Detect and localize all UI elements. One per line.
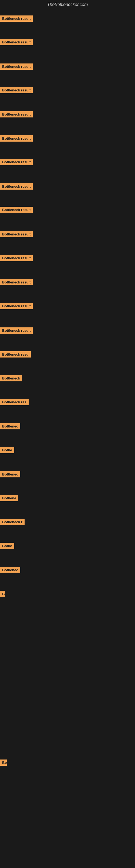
bottleneck-badge[interactable]: Bottleneck [0, 375, 22, 381]
bottleneck-badge[interactable]: Bottleneck result [0, 231, 33, 237]
bottleneck-badge[interactable]: Bo [0, 760, 7, 766]
site-title: TheBottlenecker.com [0, 0, 135, 9]
bottleneck-badge[interactable]: Bottleneck result [0, 39, 33, 45]
bottleneck-badge[interactable]: Bottleneck r [0, 519, 25, 525]
bottleneck-item: Bottleneck [0, 375, 22, 381]
bottleneck-badge[interactable]: Bottleneck result [0, 207, 33, 213]
bottleneck-badge[interactable]: Bottleneck resu [0, 351, 31, 358]
bottleneck-item: Bottle [0, 447, 14, 453]
bottleneck-item: Bottleneck res [0, 399, 29, 405]
bottleneck-item: Bottleneck result [0, 183, 33, 190]
bottleneck-badge[interactable]: Bottleneck result [0, 111, 33, 118]
bottleneck-badge[interactable]: Bottleneck result [0, 63, 33, 70]
bottleneck-item: Bottleneck result [0, 255, 33, 261]
bottleneck-item: Bottlenec [0, 567, 20, 573]
bottleneck-item: Bottleneck result [0, 87, 33, 93]
bottleneck-item: B [0, 591, 5, 597]
bottleneck-badge[interactable]: Bottleneck result [0, 255, 33, 261]
bottleneck-badge[interactable]: Bottleneck result [0, 183, 33, 190]
bottleneck-badge[interactable]: Bottleneck result [0, 87, 33, 93]
bottleneck-item: Bottleneck result [0, 207, 33, 213]
bottleneck-item: Bottlenec [0, 471, 20, 477]
bottleneck-badge[interactable]: Bottleneck result [0, 303, 33, 309]
bottleneck-badge[interactable]: Bottle [0, 447, 14, 453]
bottleneck-item: Bottleneck result [0, 63, 33, 70]
bottleneck-item: Bottlene [0, 495, 18, 501]
bottleneck-badge[interactable]: Bottleneck result [0, 159, 33, 165]
bottleneck-badge[interactable]: Bottlenec [0, 471, 20, 477]
bottleneck-item: Bottlenec [0, 423, 20, 429]
bottleneck-badge[interactable]: Bottlene [0, 495, 18, 501]
bottleneck-item: Bottleneck result [0, 159, 33, 165]
bottleneck-badge[interactable]: Bottleneck res [0, 399, 29, 405]
bottleneck-item: Bottleneck resu [0, 351, 31, 358]
bottleneck-item: Bo [0, 760, 7, 766]
bottleneck-item: Bottleneck result [0, 303, 33, 309]
bottleneck-badge[interactable]: Bottlenec [0, 423, 20, 429]
bottleneck-item: Bottleneck result [0, 231, 33, 237]
bottleneck-item: Bottleneck result [0, 39, 33, 45]
bottleneck-item: Bottleneck r [0, 519, 25, 525]
bottleneck-badge[interactable]: Bottlenec [0, 567, 20, 573]
bottleneck-badge[interactable]: Bottleneck result [0, 16, 33, 22]
bottleneck-item: Bottleneck result [0, 111, 33, 118]
bottleneck-badge[interactable]: Bottleneck result [0, 328, 33, 334]
bottleneck-badge[interactable]: Bottle [0, 543, 14, 549]
bottleneck-badge[interactable]: B [0, 591, 5, 597]
bottleneck-item: Bottleneck result [0, 16, 33, 22]
bottleneck-badge[interactable]: Bottleneck result [0, 279, 33, 285]
bottleneck-item: Bottleneck result [0, 279, 33, 285]
bottleneck-item: Bottleneck result [0, 135, 33, 142]
bottleneck-item: Bottle [0, 543, 14, 549]
bottleneck-badge[interactable]: Bottleneck result [0, 135, 33, 142]
bottleneck-item: Bottleneck result [0, 328, 33, 334]
